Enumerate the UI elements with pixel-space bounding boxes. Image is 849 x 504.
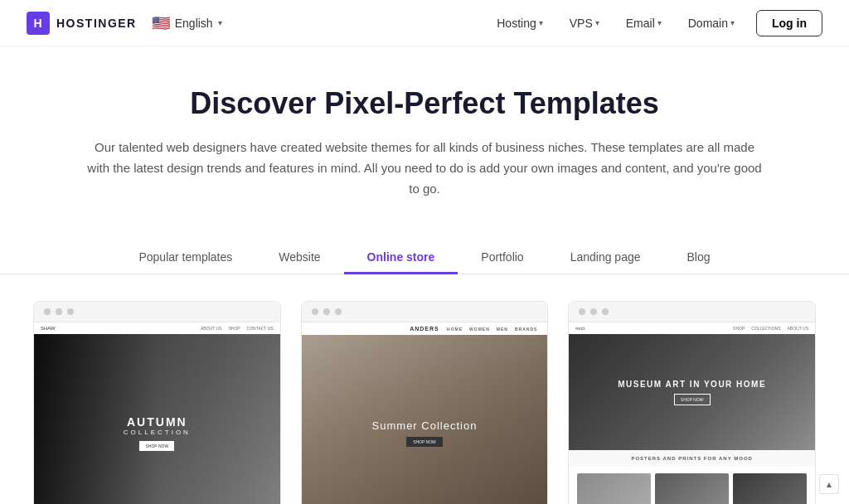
browser-dot-yellow (56, 308, 62, 315)
nav-email-label: Email (626, 17, 655, 30)
nav-hosting[interactable]: Hosting ▾ (485, 10, 554, 36)
nav-vps-label: VPS (570, 17, 593, 30)
tab-portfolio[interactable]: Portfolio (458, 242, 546, 274)
tab-blog[interactable]: Blog (664, 242, 734, 274)
browser-dot-yellow-2 (323, 308, 330, 315)
browser-dot-green-3 (602, 308, 609, 315)
ricci-hero-main: MUSEUM ART IN YOUR HOME (618, 380, 766, 389)
browser-bar-3 (569, 302, 815, 322)
template-preview-shaw: SHAW ABOUT USSHOPCONTACT US AUTUMN COLLE… (34, 322, 280, 504)
shaw-top-bar: SHAW ABOUT USSHOPCONTACT US (34, 322, 280, 334)
anders-top-bar: ANDERS HOMEWOMENMENBRANDS (302, 322, 548, 335)
ricci-thumb-1: THE SUMMER (577, 473, 651, 504)
ricci-thumb-img-3 (733, 473, 807, 504)
shaw-hero: AUTUMN COLLECTION SHOP NOW (34, 334, 280, 504)
nav-vps[interactable]: VPS ▾ (558, 10, 611, 36)
tab-landing-page[interactable]: Landing page (547, 242, 664, 274)
tabs-container: Popular templates Website Online store P… (0, 219, 849, 274)
language-selector[interactable]: 🇺🇸 English ▾ (152, 14, 222, 32)
hosting-chevron-icon: ▾ (539, 18, 543, 27)
shaw-hero-line1: AUTUMN (124, 415, 191, 429)
shaw-hero-line2: COLLECTION (124, 429, 191, 436)
navbar-right: Hosting ▾ VPS ▾ Email ▾ Domain ▾ Log in (485, 10, 822, 36)
nav-email[interactable]: Email ▾ (614, 10, 673, 36)
ricci-thumb-3: THE GREAT IN FLOWER (733, 473, 807, 504)
ricci-thumb-img-2 (655, 473, 729, 504)
login-button[interactable]: Log in (756, 10, 822, 36)
tab-website[interactable]: Website (255, 242, 343, 274)
vps-chevron-icon: ▾ (595, 18, 599, 27)
domain-chevron-icon: ▾ (730, 18, 735, 27)
template-card-ricci[interactable]: ricci SHOPCOLLECTIONSABOUT US MUSEUM ART… (568, 301, 816, 504)
browser-dot-red-3 (579, 308, 585, 315)
nav-domain-label: Domain (688, 17, 728, 30)
ricci-caption: POSTERS AND PRINTS FOR ANY MOOD (569, 450, 815, 467)
template-card-shaw[interactable]: SHAW ABOUT USSHOPCONTACT US AUTUMN COLLE… (33, 301, 281, 504)
tab-online-store[interactable]: Online store (344, 242, 458, 274)
shaw-hero-text: AUTUMN COLLECTION SHOP NOW (124, 415, 191, 451)
scroll-up-button[interactable]: ▲ (819, 474, 839, 494)
email-chevron-icon: ▾ (657, 18, 662, 27)
anders-hero-text: Summer Collection SHOP NOW (372, 419, 478, 447)
browser-dot-green (67, 308, 74, 315)
ricci-logo: ricci (575, 326, 585, 331)
tab-popular-templates[interactable]: Popular templates (115, 242, 255, 274)
ricci-hero-text: MUSEUM ART IN YOUR HOME SHOP NOW (618, 380, 766, 405)
logo[interactable]: H HOSTINGER (27, 12, 137, 35)
nav-hosting-label: Hosting (497, 17, 536, 30)
logo-text: HOSTINGER (56, 17, 137, 30)
hero-title: Discover Pixel-Perfect Templates (66, 86, 783, 121)
ricci-thumbs: THE SUMMER CATCH THE BREEZE THE GREAT IN… (569, 467, 815, 504)
anders-hero: Summer Collection SHOP NOW (302, 335, 548, 504)
navbar-left: H HOSTINGER 🇺🇸 English ▾ (27, 12, 222, 35)
lang-chevron-icon: ▾ (218, 18, 222, 27)
template-preview-ricci: ricci SHOPCOLLECTIONSABOUT US MUSEUM ART… (569, 322, 815, 504)
browser-dot-red (44, 308, 51, 315)
nav-domain[interactable]: Domain ▾ (677, 10, 746, 36)
browser-dot-green-2 (335, 308, 342, 315)
logo-icon: H (27, 12, 50, 35)
navbar: H HOSTINGER 🇺🇸 English ▾ Hosting ▾ VPS ▾… (0, 0, 849, 46)
language-label: English (175, 17, 213, 30)
ricci-thumb-2: CATCH THE BREEZE (655, 473, 729, 504)
flag-icon: 🇺🇸 (152, 14, 170, 32)
anders-cta: SHOP NOW (406, 437, 443, 447)
anders-hero-main: Summer Collection (372, 419, 478, 432)
hero-section: Discover Pixel-Perfect Templates Our tal… (0, 46, 849, 219)
ricci-top-bar: ricci SHOPCOLLECTIONSABOUT US (569, 322, 815, 334)
anders-logo: ANDERS (410, 326, 439, 332)
browser-bar-2 (302, 302, 548, 322)
ricci-hero: MUSEUM ART IN YOUR HOME SHOP NOW (569, 334, 815, 450)
template-card-anders[interactable]: ANDERS HOMEWOMENMENBRANDS Summer Collect… (301, 301, 549, 504)
shaw-logo: SHAW (41, 326, 56, 331)
hero-description: Our talented web designers have created … (85, 138, 764, 199)
browser-bar-1 (34, 302, 280, 322)
ricci-cta: SHOP NOW (674, 394, 711, 405)
shaw-cta: SHOP NOW (139, 441, 174, 451)
ricci-thumb-img-1 (577, 473, 651, 504)
browser-dot-red-2 (312, 308, 318, 315)
shaw-nav: ABOUT USSHOPCONTACT US (201, 326, 274, 331)
template-preview-anders: ANDERS HOMEWOMENMENBRANDS Summer Collect… (302, 322, 548, 504)
browser-dot-yellow-3 (590, 308, 597, 315)
templates-grid: SHAW ABOUT USSHOPCONTACT US AUTUMN COLLE… (0, 274, 849, 504)
